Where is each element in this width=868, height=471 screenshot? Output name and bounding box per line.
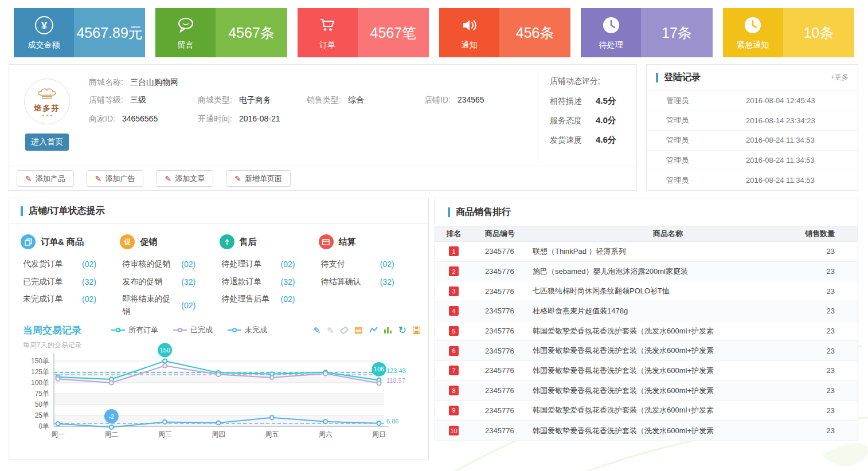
promo-icon: 促 — [120, 234, 135, 249]
add-ad-button[interactable]: ✎添加广告 — [87, 170, 144, 187]
shop-info-panel: 焙多芬 进入首页 商城名称:三台山购物网 店铺等级:三级 商城类型:电子商务 销… — [9, 64, 637, 191]
svg-text:-2: -2 — [108, 413, 114, 420]
svg-text:150: 150 — [159, 347, 170, 354]
legend-item[interactable]: 已完成 — [173, 325, 213, 335]
status-item[interactable]: 发布的促销(32) — [122, 276, 196, 288]
svg-text:100单: 100单 — [31, 379, 49, 387]
shop-rating-block: 店铺动态评分: 相符描述4.5分 服务态度4.0分 发货速度4.6分 — [538, 73, 634, 163]
clock-icon — [601, 15, 621, 37]
edit-icon[interactable]: ✎ — [313, 326, 320, 335]
svg-text:周三: 周三 — [158, 430, 172, 438]
orders-icon — [21, 234, 36, 249]
stat-card-pending[interactable]: 待处理 17条 — [581, 8, 712, 57]
login-record-row: 管理员2016-08-14 23:34:23 — [647, 111, 858, 131]
table-row[interactable]: 102345776韩国爱敬挚爱香氛花香洗护套装（洗发水600ml+护发素23 — [435, 421, 858, 441]
stat-card-label: 通知 — [461, 40, 477, 50]
pencil-icon[interactable]: ✎ — [327, 326, 334, 335]
add-product-button[interactable]: ✎添加产品 — [17, 170, 74, 187]
status-item[interactable]: 待结算确认(32) — [321, 276, 394, 288]
svg-text:106: 106 — [374, 366, 384, 372]
edit-icon: ✎ — [25, 175, 32, 183]
rank-badge: 3 — [449, 286, 459, 296]
table-row[interactable]: 72345776韩国爱敬挚爱香氛花香洗护套装（洗发水600ml+护发素23 — [435, 361, 858, 381]
stat-card-messages[interactable]: 留言 4567条 — [155, 8, 287, 57]
line-chart-icon[interactable] — [369, 327, 378, 333]
rank-badge: 6 — [449, 346, 459, 356]
weekly-orders-line-chart: 150单125单100单75单50单25单0单周一周二周三周四周五周六周日123… — [17, 343, 421, 443]
login-record-row: 管理员2016-08-04 12:45:43 — [647, 91, 858, 111]
status-item[interactable]: 待支付(02) — [321, 258, 394, 270]
status-item[interactable]: 待处理售后单(02) — [222, 293, 295, 305]
status-item[interactable]: 待退款订单(32) — [222, 276, 295, 288]
stat-card-amount[interactable]: ¥ 成交金额 4567.89元 — [14, 8, 145, 57]
status-item[interactable]: 已完成订单(32) — [23, 276, 96, 288]
add-page-button[interactable]: ✎新增单页面 — [226, 170, 291, 187]
login-record-row: 管理员2016-08-24 11:34:53 — [647, 170, 858, 190]
stat-card-orders[interactable]: 订单 4567笔 — [298, 8, 429, 57]
status-panel: 店铺/订单状态提示 订单& 商品 代发货订单(02) 已完成订单(32) 未完成… — [9, 198, 429, 460]
status-item[interactable]: 待审核的促销(02) — [122, 258, 196, 270]
status-panel-title: 店铺/订单状态提示 — [29, 205, 104, 217]
field-shop-level: 店铺等级:三级 — [89, 95, 146, 105]
status-item[interactable]: 代发货订单(02) — [23, 258, 96, 270]
shop-logo: 焙多芬 — [24, 78, 70, 124]
svg-text:¥: ¥ — [41, 19, 47, 32]
shop-logo-text: 焙多芬 — [34, 103, 60, 113]
table-row[interactable]: 32345776七匹狼纯棉时尚休闲条纹翻领POLO衫T恤23 — [435, 281, 858, 301]
table-row[interactable]: 52345776韩国爱敬挚爱香氛花香洗护套装（洗发水600ml+护发素23 — [435, 321, 858, 342]
stat-card-label: 紧急通知 — [737, 40, 769, 50]
table-row[interactable]: 92345776韩国爱敬挚爱香氛花香洗护套装（洗发水600ml+护发素23 — [435, 401, 858, 421]
aftersale-icon — [220, 234, 234, 249]
save-icon[interactable] — [413, 327, 420, 334]
login-records-title: 登陆记录 — [664, 72, 701, 84]
table-row[interactable]: 12345776联想（ThinkPad ）轻薄系列23 — [435, 242, 858, 262]
rank-badge: 7 — [449, 366, 459, 375]
svg-text:50单: 50单 — [35, 401, 49, 409]
stat-card-urgent[interactable]: 紧急通知 10条 — [723, 8, 854, 57]
table-row[interactable]: 82345776韩国爱敬挚爱香氛花香洗护套装（洗发水600ml+护发素23 — [435, 381, 858, 401]
refresh-icon[interactable]: ↻ — [398, 325, 406, 335]
stat-card-value: 456条 — [499, 8, 570, 57]
svg-text:周二: 周二 — [104, 430, 118, 438]
table-row[interactable]: 42345776桂格即食燕麦片超值装1478g23 — [435, 301, 858, 321]
status-item[interactable]: 待处理订单(02) — [222, 258, 295, 270]
group-settlement: 结算 待支付(02) 待结算确认(32) — [319, 234, 418, 323]
rank-badge: 9 — [449, 406, 459, 415]
table-row[interactable]: 22345776施巴（sebamed）婴儿泡泡沐浴露200ml家庭装23 — [435, 262, 858, 282]
login-records-panel: 登陆记录 +更多 管理员2016-08-04 12:45:43 管理员2016-… — [646, 64, 858, 191]
stat-card-notices[interactable]: 通知 456条 — [439, 8, 570, 57]
rank-badge: 5 — [449, 326, 459, 336]
group-title: 促销 — [140, 237, 157, 248]
edit-icon: ✎ — [234, 175, 241, 183]
status-item[interactable]: 即将结束的促销(02) — [122, 293, 196, 317]
bar-chart-icon[interactable] — [384, 327, 392, 333]
eraser-icon[interactable] — [341, 328, 348, 333]
logo-decoration — [42, 115, 52, 116]
legend-item[interactable]: 所有订单 — [111, 325, 158, 335]
field-shop-id: 店铺ID:234565 — [424, 95, 484, 105]
chart-legend: 所有订单已完成未完成 — [111, 325, 267, 335]
stat-card-value: 4567笔 — [358, 8, 429, 57]
speaker-icon — [459, 15, 479, 37]
group-promotions: 促促销 待审核的促销(02) 发布的促销(32) 即将结束的促销(02) — [120, 234, 219, 323]
stat-card-value: 10条 — [783, 8, 854, 57]
svg-text:25单: 25单 — [35, 411, 49, 419]
rating-row: 服务态度4.0分 — [550, 115, 634, 126]
group-title: 售后 — [240, 237, 257, 248]
stat-card-label: 留言 — [178, 40, 194, 50]
data-view-icon[interactable]: ▤ — [354, 325, 363, 335]
more-link[interactable]: +更多 — [831, 73, 849, 83]
svg-text:150单: 150单 — [31, 357, 49, 365]
enter-homepage-button[interactable]: 进入首页 — [25, 134, 69, 151]
legend-item[interactable]: 未完成 — [228, 325, 267, 335]
field-merchant-id: 商家ID:34656565 — [89, 114, 158, 124]
accent-bar — [656, 73, 658, 83]
add-article-button[interactable]: ✎添加文章 — [156, 170, 213, 187]
status-groups: 订单& 商品 代发货订单(02) 已完成订单(32) 未完成订单(02) 促促销… — [9, 224, 428, 323]
status-item[interactable]: 未完成订单(02) — [23, 293, 96, 305]
table-row[interactable]: 62345776韩国爱敬挚爱香氛花香洗护套装（洗发水600ml+护发素23 — [435, 341, 858, 361]
chart-title: 当周交易记录 — [23, 324, 81, 337]
stat-card-label: 成交金额 — [28, 40, 60, 50]
cart-icon — [318, 15, 337, 37]
chat-bubble-icon — [176, 15, 196, 37]
